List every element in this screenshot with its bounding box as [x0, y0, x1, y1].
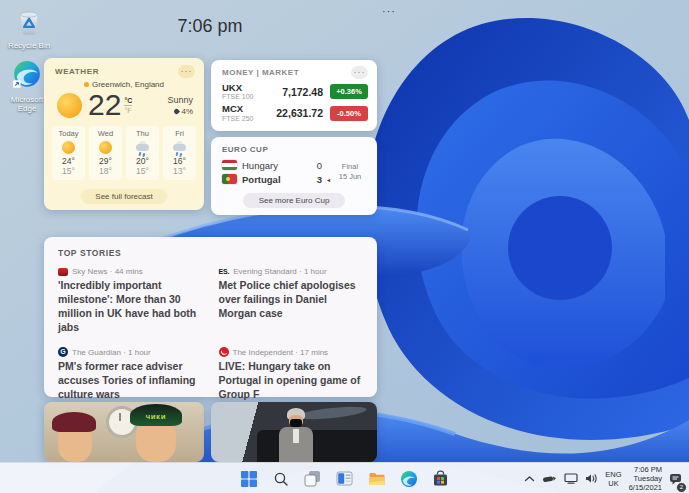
widgets-clock: 7:06 pm [120, 16, 300, 37]
weather-widget[interactable]: WEATHER ··· Greenwich, England 22 °C °F … [44, 58, 204, 210]
tray-clock[interactable]: 7:06 PM Tuesday 6/15/2021 [629, 465, 662, 492]
sunny-icon [99, 141, 112, 154]
search-button[interactable] [269, 467, 293, 491]
file-explorer-button[interactable] [365, 467, 389, 491]
match-team-portugal[interactable]: Portugal 3 ◂ [222, 172, 333, 186]
desktop-more-ellipsis[interactable]: ··· [376, 5, 402, 17]
market-row-mcx[interactable]: MCX FTSE 250 22,631.72 -0.50% [211, 102, 377, 123]
see-more-eurocup-button[interactable]: See more Euro Cup [243, 193, 346, 208]
task-view-button[interactable] [301, 467, 325, 491]
desktop: Recycle Bin Microsoft Edge 7:06 pm ··· W… [0, 0, 689, 493]
edge-icon [400, 470, 418, 488]
start-button[interactable] [237, 467, 261, 491]
notifications-button[interactable]: 2 [669, 467, 683, 491]
team-score: 3 [317, 174, 322, 185]
market-value: 22,631.72 [276, 107, 330, 119]
story-card-sky-news[interactable]: Sky News · 44 mins 'Incredibly important… [58, 267, 203, 334]
location-sun-icon [84, 82, 89, 87]
see-full-forecast-button[interactable]: See full forecast [81, 189, 166, 204]
change-badge-down: -0.50% [330, 106, 368, 121]
celsius-toggle[interactable]: °C [124, 97, 132, 106]
portugal-flag-icon [222, 174, 237, 184]
network-icon [564, 473, 578, 484]
sunny-icon [62, 141, 75, 154]
tray-network-button[interactable] [564, 467, 578, 491]
photo-car-reflection [297, 404, 368, 421]
top-stories-title: TOP STORIES [44, 237, 377, 267]
current-temperature: 22 [88, 90, 121, 120]
sky-news-icon [58, 268, 68, 276]
guardian-icon: G [58, 347, 68, 357]
tray-volume-button[interactable] [585, 467, 598, 491]
fahrenheit-toggle[interactable]: °F [124, 106, 132, 114]
photo-cap [52, 412, 96, 432]
forecast-day-fri[interactable]: Fri 16° 13° [163, 126, 196, 180]
market-widget[interactable]: MONEY | MARKET ··· UKX FTSE 100 7,172.48… [211, 60, 377, 131]
language-indicator[interactable]: ENG UK [605, 470, 621, 488]
task-view-icon [304, 470, 321, 487]
tray-time: 7:06 PM [629, 465, 662, 474]
widgets-button[interactable] [333, 467, 357, 491]
sunny-icon [57, 93, 82, 118]
weather-title: WEATHER [55, 67, 99, 76]
story-card-evening-standard[interactable]: ES. Evening Standard · 1 hour Met Police… [219, 267, 364, 334]
weather-condition: Sunny [167, 95, 193, 105]
photo-cap-text: ЧИКИ [130, 404, 182, 426]
desktop-icon-label: Recycle Bin [4, 41, 54, 50]
eurocup-title: EURO CUP [211, 137, 377, 158]
story-headline: Met Police chief apologises over failing… [219, 279, 364, 321]
story-card-guardian[interactable]: G The Guardian · 1 hour PM's former race… [58, 347, 203, 402]
change-badge-up: +0.36% [330, 84, 368, 99]
weather-location[interactable]: Greenwich, England [44, 80, 204, 89]
microsoft-store-icon [432, 470, 449, 487]
taskbar: ENG UK 7:06 PM Tuesday 6/15/2021 2 [0, 462, 689, 493]
hungary-flag-icon [222, 160, 237, 170]
team-score: 0 [317, 160, 322, 171]
windows-logo-icon [241, 471, 257, 487]
market-menu-button[interactable]: ··· [351, 66, 368, 79]
market-row-ukx[interactable]: UKX FTSE 100 7,172.48 +0.36% [211, 81, 377, 102]
rain-icon [136, 141, 149, 154]
story-headline: PM's former race adviser accuses Tories … [58, 360, 203, 402]
story-headline: LIVE: Hungary take on Portugal in openin… [219, 360, 364, 402]
desktop-icon-recycle-bin[interactable]: Recycle Bin [4, 6, 54, 50]
raindrop-icon [173, 107, 180, 114]
news-photo-card-right[interactable] [211, 402, 377, 462]
notification-badge: 2 [676, 482, 687, 493]
independent-icon [219, 347, 229, 357]
store-button[interactable] [429, 467, 453, 491]
match-team-hungary[interactable]: Hungary 0 [222, 158, 333, 172]
tray-show-hidden-icons-button[interactable] [524, 467, 535, 491]
forecast-day-today[interactable]: Today 24° 15° [52, 126, 85, 180]
top-stories-widget: TOP STORIES Sky News · 44 mins 'Incredib… [44, 237, 377, 397]
pen-icon [542, 474, 557, 484]
precipitation-chance: 4% [181, 107, 193, 116]
eurocup-widget[interactable]: EURO CUP Hungary 0 Portugal 3 ◂ Final 1 [211, 137, 377, 215]
chevron-up-icon [524, 475, 535, 483]
market-title: MONEY | MARKET [222, 68, 299, 77]
widgets-icon [336, 470, 353, 487]
tray-day: Tuesday [629, 474, 662, 483]
volume-icon [585, 473, 598, 484]
match-status: Final 15 Jun [333, 158, 367, 186]
story-headline: 'Incredibly important milestone': More t… [58, 279, 203, 334]
file-explorer-icon [368, 470, 386, 488]
search-icon [273, 471, 289, 487]
market-value: 7,172.48 [282, 86, 330, 98]
evening-standard-icon: ES. [219, 268, 230, 275]
face-mask-shape [290, 419, 302, 427]
forecast-day-wed[interactable]: Wed 29° 18° [89, 126, 122, 180]
weather-menu-button[interactable]: ··· [178, 65, 195, 78]
edge-taskbar-button[interactable] [397, 467, 421, 491]
photo-car [257, 430, 377, 462]
tray-date: 6/15/2021 [629, 483, 662, 492]
news-photo-card-left[interactable]: ЧИКИ [44, 402, 204, 462]
rain-icon [173, 141, 186, 154]
recycle-bin-icon [14, 6, 44, 36]
tray-pen-button[interactable] [542, 467, 557, 491]
forecast-day-thu[interactable]: Thu 20° 15° [126, 126, 159, 180]
edge-icon [12, 60, 42, 90]
story-card-independent[interactable]: The Independent · 17 mins LIVE: Hungary … [219, 347, 364, 402]
